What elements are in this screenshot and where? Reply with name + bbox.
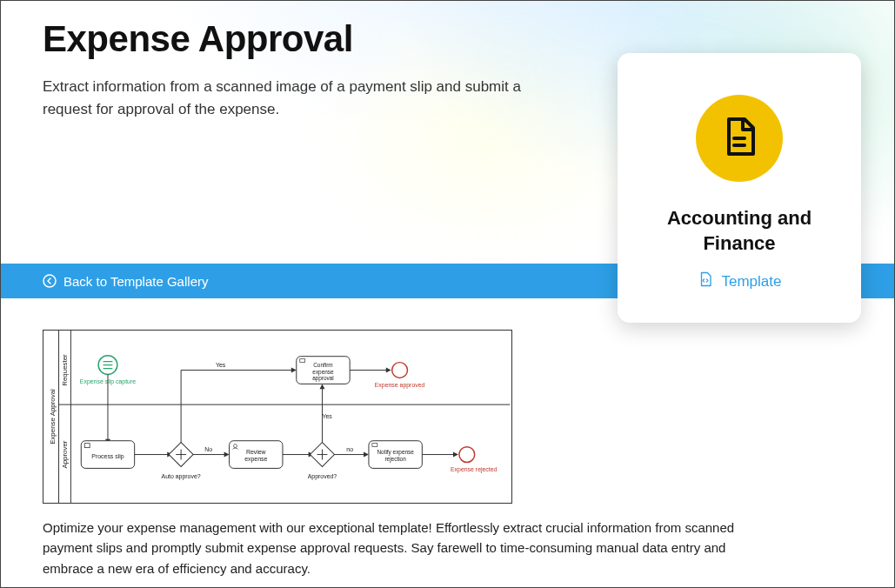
svg-text:Expense approved: Expense approved	[375, 382, 425, 389]
task-confirm-approval: Confirm expense approval	[297, 357, 350, 384]
svg-text:expense: expense	[244, 456, 267, 463]
svg-text:Notify expense: Notify expense	[377, 449, 414, 456]
svg-text:Auto approve?: Auto approve?	[162, 473, 201, 480]
task-process-slip: Process slip	[81, 441, 134, 469]
svg-text:expense: expense	[312, 369, 334, 376]
svg-marker-36	[386, 368, 391, 373]
lane-requester: Requester	[61, 354, 69, 386]
body-paragraph: Optimize your expense management with ou…	[43, 518, 756, 578]
svg-text:Expense rejected: Expense rejected	[451, 466, 498, 473]
card-icon-circle	[696, 95, 783, 182]
svg-text:rejection: rejection	[384, 456, 406, 463]
document-icon	[718, 116, 760, 161]
svg-point-47	[459, 447, 475, 463]
gateway-auto-approve: Auto approve?	[162, 443, 201, 481]
code-file-icon	[698, 271, 713, 291]
back-arrow-icon	[43, 274, 57, 288]
svg-marker-17	[291, 368, 297, 373]
svg-text:Review: Review	[246, 449, 267, 455]
task-notify-rejection: Notify expense rejection	[369, 441, 422, 469]
template-link[interactable]: Template	[698, 271, 782, 291]
svg-point-0	[43, 275, 56, 287]
svg-text:Approved?: Approved?	[308, 473, 337, 480]
end-approved: Expense approved	[375, 363, 425, 390]
task-review-expense: Review expense	[230, 441, 283, 469]
svg-marker-29	[320, 384, 325, 389]
back-link-label: Back to Template Gallery	[63, 274, 208, 289]
edge-no-2: no	[346, 446, 353, 452]
diagram-title: Expense Approval	[49, 389, 57, 444]
svg-text:approval: approval	[312, 375, 334, 382]
svg-text:Process slip: Process slip	[91, 453, 124, 460]
edge-yes-2: Yes	[322, 413, 332, 419]
svg-marker-46	[453, 452, 458, 458]
svg-text:Confirm: Confirm	[313, 362, 332, 368]
template-link-label: Template	[722, 273, 782, 291]
svg-marker-40	[364, 452, 369, 458]
edge-yes-1: Yes	[216, 362, 226, 368]
edge-no-1: No	[204, 446, 212, 452]
svg-point-37	[392, 363, 408, 378]
lane-approver: Approver	[61, 440, 69, 468]
svg-marker-19	[224, 452, 230, 458]
page-title: Expense Approval	[1, 1, 894, 60]
back-link[interactable]: Back to Template Gallery	[43, 274, 208, 289]
gateway-approved: Approved?	[308, 443, 337, 481]
category-card: Accounting and Finance Template	[618, 53, 861, 323]
bpmn-diagram: Expense Approval Requester Approver Expe…	[43, 330, 512, 504]
end-rejected: Expense rejected	[451, 447, 498, 474]
card-category-title: Accounting and Finance	[638, 206, 840, 256]
